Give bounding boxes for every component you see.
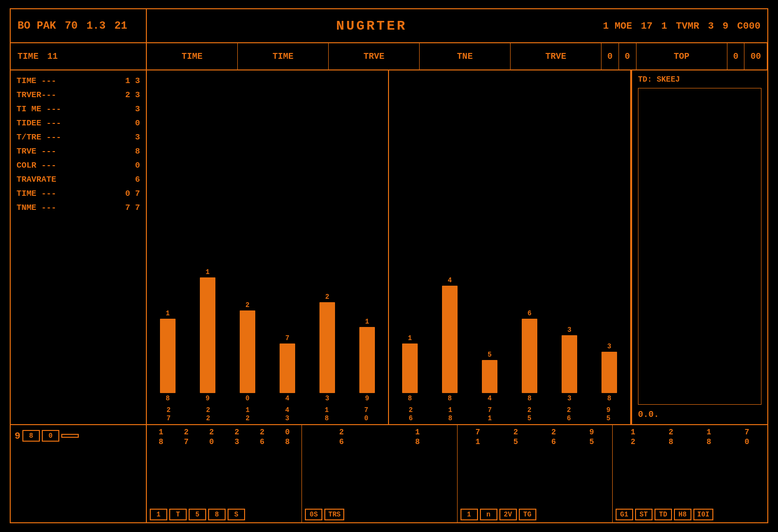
col-bot-num: 8: [408, 395, 412, 402]
chart-col: 68: [511, 74, 548, 402]
chart-bottom-num: 7: [488, 406, 492, 414]
chart-bottom-num-cell: 18: [448, 406, 452, 422]
col-top-num: 2: [325, 293, 329, 301]
bar: [601, 352, 617, 393]
top-label: BO PAK: [18, 20, 56, 32]
chart-bottom-num: 7: [166, 414, 170, 422]
chart-bottom-num-cell: 12: [246, 406, 249, 422]
left-row-label: TRAVRATE: [17, 175, 56, 184]
chart-col: 19: [348, 74, 386, 402]
left-row: TI ME --- 3: [15, 103, 142, 115]
bottom-nums: 71252695: [460, 428, 609, 466]
chart-bottom-num: 2: [246, 414, 249, 422]
bottom-btn[interactable]: 8: [22, 430, 40, 442]
bottom-num-col: 08: [285, 428, 290, 466]
chart-col: 18: [391, 74, 429, 402]
bottom-btn[interactable]: TD: [654, 509, 672, 520]
chart-bottom-num-cell: 22: [206, 406, 210, 422]
bar: [402, 343, 418, 393]
bottom-num-col: 18: [707, 428, 711, 466]
header-row: TIME 11 TIME TIME TRVE TNE TRVE 0 0 TOP …: [11, 43, 767, 70]
col-top-num: 1: [365, 318, 369, 326]
chart-bottom-num: 0: [364, 414, 368, 422]
chart-bottom-num-cell: 18: [325, 406, 329, 422]
chart-bottom-num: 2: [166, 406, 170, 414]
bottom-num-col: 20: [209, 428, 214, 466]
bottom-btn[interactable]: H8: [674, 509, 691, 520]
top-v2: 1.3: [87, 20, 106, 32]
chart-bottom-num-cell: 26: [408, 406, 412, 422]
chart-bottom-num: 5: [527, 414, 531, 422]
col-top-num: 1: [166, 309, 170, 317]
bottom-btn[interactable]: G1: [616, 509, 633, 520]
bottom-num-col: 70: [744, 428, 749, 466]
col-bot-num: 9: [206, 395, 210, 402]
bottom-btn[interactable]: 0: [42, 430, 59, 442]
bar: [319, 302, 335, 393]
bottom-num-col: 27: [184, 428, 189, 466]
col-bot-num: 4: [488, 395, 492, 402]
bottom-btn[interactable]: TG: [519, 509, 536, 520]
right-panel: TD: SKEEJ 0.0.: [631, 70, 767, 424]
bottom-num-col: 95: [589, 428, 594, 466]
bottom-col-buttons: 0STRS: [305, 507, 454, 522]
bottom-nums: 182720232608: [150, 428, 299, 466]
bottom-btn[interactable]: 0S: [305, 509, 322, 520]
chart-bottom-num: 2: [206, 406, 210, 414]
chart-bottom-num: 8: [325, 414, 329, 422]
chart-bottom-num-cell: 95: [606, 406, 610, 422]
col-top-num: 3: [607, 343, 611, 350]
bottom-num-col: 23: [234, 428, 239, 466]
chart-columns: 184854683338: [391, 74, 628, 405]
chart-bottom-num: 2: [567, 406, 571, 414]
chart-bottom-num: 1: [246, 406, 249, 414]
bottom-btn[interactable]: T: [169, 509, 187, 520]
bar: [442, 286, 458, 393]
bottom-btn[interactable]: 2V: [499, 509, 517, 520]
chart-bottom-num-cell: 27: [166, 406, 170, 422]
bottom-col-3: 712526951n2VTG: [458, 425, 613, 522]
bottom-col-1: 1827202326081T58S: [147, 425, 302, 522]
chart-columns: 181920742319: [149, 74, 386, 405]
bottom-btn[interactable]: TRS: [324, 509, 344, 520]
bottom-col-buttons: 1n2VTG: [460, 507, 609, 522]
bottom-num-col: 28: [669, 428, 673, 466]
left-row: T/TRE --- 3: [15, 132, 142, 143]
bottom-btn[interactable]: 1: [150, 509, 167, 520]
top-bar: BO PAK 70 1.3 21 NUGRTER 1 MOE 17 1 TVMR…: [11, 9, 767, 43]
chart-bottom-num: 1: [488, 414, 492, 422]
right-chart-box: [638, 88, 761, 405]
bar: [200, 277, 215, 393]
main-content: TIME --- 1 3 TRVER--- 2 3 TI ME --- 3 TI…: [11, 70, 767, 425]
left-row-values: 0 7: [125, 189, 140, 198]
left-row-label: TRVE ---: [17, 147, 56, 156]
bottom-btn[interactable]: S: [228, 509, 245, 520]
top-bar-title: NUGRTER: [147, 9, 596, 42]
left-row-values: 0: [135, 119, 140, 128]
left-row: TIDEE --- 0: [15, 118, 142, 129]
bottom-btn[interactable]: n: [480, 509, 497, 520]
left-row-values: 3: [135, 104, 140, 114]
header-col-5: TRVE: [511, 43, 601, 69]
left-row: TRAVRATE 6: [15, 174, 142, 185]
bottom-btn[interactable]: 5: [189, 509, 206, 520]
header-col-6: 0: [601, 43, 619, 69]
bottom-num-col: 71: [476, 428, 480, 466]
bottom-left: 9 80: [11, 425, 147, 522]
chart-panel-2: 184854683338261871252695: [389, 70, 631, 424]
bottom-btn[interactable]: I0I: [693, 509, 713, 520]
chart-bottom-num: 6: [408, 414, 412, 422]
bottom-btn-extra[interactable]: [61, 434, 79, 438]
header-col-2: TIME: [238, 43, 329, 69]
left-row-values: 8: [135, 147, 140, 156]
left-row: TIME --- 1 3: [15, 75, 142, 86]
bottom-num-col: 25: [513, 428, 518, 466]
left-row-label: TIME ---: [17, 189, 56, 198]
bottom-btn[interactable]: ST: [635, 509, 653, 520]
bottom-btn[interactable]: 8: [208, 509, 226, 520]
screen: BO PAK 70 1.3 21 NUGRTER 1 MOE 17 1 TVMR…: [10, 8, 768, 523]
col-bot-num: 9: [365, 395, 369, 402]
bar: [482, 360, 497, 393]
bottom-btn[interactable]: 1: [460, 509, 478, 520]
header-left: TIME 11: [11, 43, 147, 69]
